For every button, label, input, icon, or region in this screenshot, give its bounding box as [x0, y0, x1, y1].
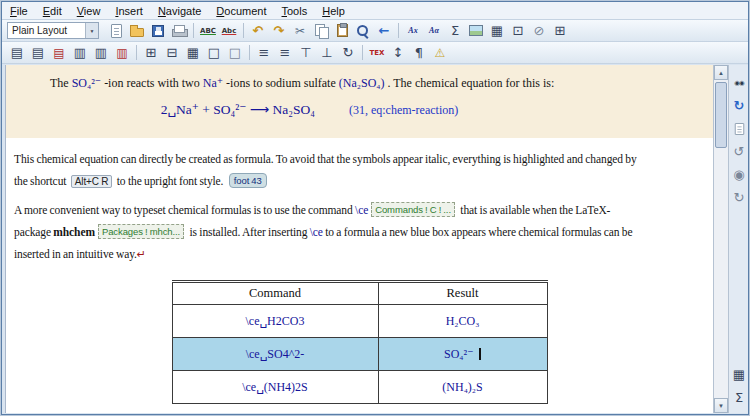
menu-document[interactable]: Document: [216, 5, 266, 17]
update-other-formats-icon[interactable]: ↻: [729, 188, 749, 207]
menu-navigate[interactable]: Navigate: [158, 5, 201, 17]
add-column-right-icon[interactable]: ▥: [91, 43, 111, 62]
toggle-table-toolbar-icon[interactable]: ▦: [729, 365, 749, 384]
index-inset[interactable]: Commands ! C ! ...: [371, 202, 455, 217]
math-inline[interactable]: (Na₂SO₄): [339, 76, 385, 90]
equation-label: (31, eq:chem-reaction): [349, 103, 458, 117]
copy-icon[interactable]: [311, 21, 331, 40]
math-sum-icon[interactable]: Σ: [445, 21, 465, 40]
no-border-icon[interactable]: □: [225, 43, 245, 62]
menu-view[interactable]: View: [77, 5, 101, 17]
outer-border-icon[interactable]: □: [204, 43, 224, 62]
text-segment-bold: mhchem: [53, 226, 95, 238]
menu-bar: File Edit View Insert Navigate Document …: [2, 2, 748, 20]
combo-dropdown-icon[interactable]: ▼: [85, 23, 98, 38]
spellcheck-icon[interactable]: ABC: [198, 21, 218, 40]
magnifier-shape: [356, 24, 370, 38]
menu-insert[interactable]: Insert: [115, 5, 143, 17]
insert-float-icon[interactable]: ⊡: [508, 21, 528, 40]
align-center-icon[interactable]: ≡: [275, 43, 295, 62]
insert-box-icon[interactable]: ⊞: [550, 21, 570, 40]
menu-edit[interactable]: Edit: [43, 5, 62, 17]
view-icon[interactable]: ◉◉: [729, 73, 749, 92]
tex-code-icon[interactable]: TEX: [367, 43, 387, 62]
display-formula[interactable]: 2␣Na⁺ + SO₄²⁻ ⟶ Na₂SO₄(31, eq:chem-react…: [50, 91, 699, 136]
save-document-icon[interactable]: [148, 21, 168, 40]
result-cell[interactable]: H₂CO₃: [378, 305, 547, 338]
insert-display-math-icon[interactable]: Aα: [424, 21, 444, 40]
open-document-icon[interactable]: [127, 21, 147, 40]
delete-column-icon[interactable]: ▥: [112, 43, 132, 62]
new-document-icon[interactable]: [106, 21, 126, 40]
document-top-section: The SO₄²⁻ -ion reacts with two Na⁺ -ions…: [6, 65, 713, 138]
math-inline[interactable]: SO₄²⁻: [72, 76, 101, 90]
text-cursor: [479, 348, 481, 360]
paste-icon[interactable]: [332, 21, 352, 40]
valign-top-icon[interactable]: ⊤: [296, 43, 316, 62]
vertical-space-icon[interactable]: ↕: [388, 43, 408, 62]
merge-cells-icon[interactable]: ⊞: [141, 43, 161, 62]
delete-row-icon[interactable]: ▤: [49, 43, 69, 62]
cut-icon[interactable]: ✂: [290, 21, 310, 40]
layout-combobox[interactable]: Plain Layout ▼: [7, 22, 99, 39]
align-left-icon[interactable]: ≡: [254, 43, 274, 62]
image-shape: [469, 25, 483, 36]
menu-help[interactable]: Help: [322, 5, 345, 17]
command-cell[interactable]: \ce␣H2CO3: [172, 305, 378, 338]
toolbar-separator: [249, 45, 250, 60]
folder-shape: [130, 28, 144, 37]
menu-tools[interactable]: Tools: [282, 5, 308, 17]
page-shape: [111, 24, 122, 38]
table-header-command[interactable]: Command: [172, 282, 378, 305]
insert-table-icon[interactable]: ▦: [487, 21, 507, 40]
paragraph-intro[interactable]: The SO₄²⁻ -ion reacts with two Na⁺ -ions…: [50, 76, 699, 91]
navigate-back-icon[interactable]: ←: [374, 21, 394, 40]
text-segment: to a formula a new blue box appears wher…: [323, 226, 633, 238]
result-cell[interactable]: (NH₄)₂S: [378, 371, 547, 404]
add-column-left-icon[interactable]: ▥: [70, 43, 90, 62]
paragraph-settings-icon[interactable]: ¶: [409, 43, 429, 62]
print-icon[interactable]: [169, 21, 189, 40]
scroll-down-icon[interactable]: ▼: [714, 398, 728, 413]
all-borders-icon[interactable]: ▦: [183, 43, 203, 62]
menu-file[interactable]: File: [10, 5, 28, 17]
index-inset[interactable]: Packages ! mhch...: [98, 224, 184, 239]
rotate-cell-icon[interactable]: ↻: [338, 43, 358, 62]
shortcut-keys: Alt+C R: [71, 175, 113, 188]
math-inline[interactable]: Na⁺: [203, 76, 223, 90]
toggle-math-toolbar-icon[interactable]: Σ: [729, 388, 749, 407]
footnote-inset[interactable]: foot 43: [229, 173, 267, 188]
update-master-icon[interactable]: ↺: [729, 142, 749, 161]
command-cell[interactable]: \ce␣(NH4)2S: [172, 371, 378, 404]
vertical-scrollbar[interactable]: ▲ ▼: [713, 65, 729, 413]
add-row-above-icon[interactable]: ▤: [7, 43, 27, 62]
track-changes-icon[interactable]: Abc: [219, 21, 239, 40]
table-header-result[interactable]: Result: [378, 282, 547, 305]
view-update-toolbar: ◉◉ ↻ ↺ ◉ ↻ ▦ Σ: [729, 65, 749, 413]
result-cell[interactable]: SO₄²⁻: [378, 338, 547, 371]
update-icon[interactable]: ↻: [729, 96, 749, 115]
math-inline[interactable]: \ce: [310, 226, 323, 238]
insert-graphics-icon[interactable]: [466, 21, 486, 40]
command-result-table: Command Result \ce␣H2CO3 H₂CO₃ \ce␣SO4^2…: [172, 280, 548, 404]
paragraph-direct-formula[interactable]: This chemical equation can directly be c…: [14, 148, 705, 193]
view-master-icon[interactable]: [729, 119, 749, 138]
paragraph-mhchem[interactable]: A more convenient way to typeset chemica…: [14, 199, 705, 266]
split-cells-icon[interactable]: ⊟: [162, 43, 182, 62]
scrollbar-thumb[interactable]: [715, 82, 727, 148]
copy-shape: [315, 24, 328, 37]
valign-bottom-icon[interactable]: ⊥: [317, 43, 337, 62]
math-inline[interactable]: \ce: [355, 204, 368, 216]
redo-icon[interactable]: ↷: [269, 21, 289, 40]
scroll-up-icon[interactable]: ▲: [714, 65, 728, 80]
view-other-formats-icon[interactable]: ◉: [729, 165, 749, 184]
floppy-shape: [152, 25, 164, 37]
warning-icon[interactable]: ⚠: [430, 43, 450, 62]
add-row-below-icon[interactable]: ▤: [28, 43, 48, 62]
document-canvas[interactable]: The SO₄²⁻ -ion reacts with two Na⁺ -ions…: [5, 65, 713, 413]
undo-icon[interactable]: ↶: [248, 21, 268, 40]
command-cell[interactable]: \ce␣SO4^2-: [172, 338, 378, 371]
insert-math-icon[interactable]: Ax: [403, 21, 423, 40]
find-icon[interactable]: [353, 21, 373, 40]
insert-label-icon[interactable]: ⊘: [529, 21, 549, 40]
